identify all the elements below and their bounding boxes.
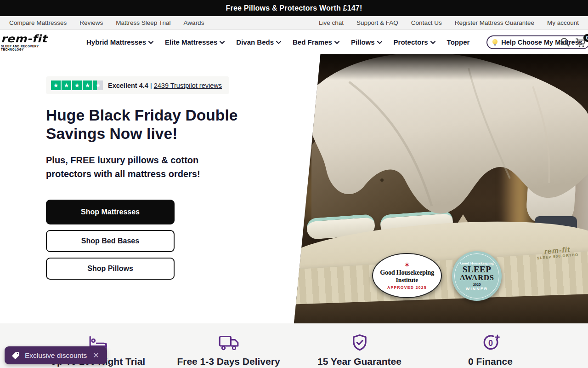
nav-item-divan-beds[interactable]: Divan Beds xyxy=(236,38,281,46)
nav-item-bed-frames[interactable]: Bed Frames xyxy=(293,38,339,46)
utility-link-reviews[interactable]: Reviews xyxy=(79,19,103,26)
utility-nav: Compare Mattresses Reviews Mattress Slee… xyxy=(0,16,588,30)
utility-nav-right: Live chat Support & FAQ Contact Us Regis… xyxy=(319,19,579,26)
main-nav: rem-fit SLEEP AND RECOVERY TECHNOLOGY Hy… xyxy=(0,30,588,54)
logo-wordmark: rem-fit xyxy=(1,34,47,44)
svg-text:0: 0 xyxy=(488,339,492,348)
trustpilot-reviews-link[interactable]: 2439 Trustpilot reviews xyxy=(154,82,222,89)
chevron-down-icon xyxy=(430,41,435,44)
star-icon: ★ xyxy=(62,80,71,90)
utility-link-my-account[interactable]: My account xyxy=(547,19,579,26)
star-icon-partial: ★ xyxy=(93,80,103,90)
red-star-icon: ✶ xyxy=(404,261,410,268)
logo-tagline: SLEEP AND RECOVERY TECHNOLOGY xyxy=(1,45,55,51)
zero-finance-icon: 0 xyxy=(481,334,501,352)
utility-link-register-guarantee[interactable]: Register Mattress Guarantee xyxy=(455,19,534,26)
exclusive-discounts-toast[interactable]: Exclusive discounts ✕ xyxy=(5,346,107,364)
close-icon[interactable]: ✕ xyxy=(92,351,100,360)
search-icon[interactable] xyxy=(560,37,571,48)
utility-link-compare-mattresses[interactable]: Compare Mattresses xyxy=(9,19,67,26)
lightbulb-icon xyxy=(492,39,498,45)
utility-link-mattress-sleep-trial[interactable]: Mattress Sleep Trial xyxy=(116,19,170,26)
gh-sleep-awards-badge: Good Housekeeping SLEEP AWARDS 2025 WINN… xyxy=(452,251,502,301)
cart-count-badge: 0 xyxy=(583,34,588,42)
utility-nav-left: Compare Mattresses Reviews Mattress Slee… xyxy=(9,19,204,26)
nav-item-protectors[interactable]: Protectors xyxy=(394,38,435,46)
main-nav-items: Hybrid Mattresses Elite Mattresses Divan… xyxy=(86,35,588,49)
nav-item-topper[interactable]: Topper xyxy=(447,38,470,46)
truck-icon xyxy=(218,334,239,352)
nav-item-hybrid-mattresses[interactable]: Hybrid Mattresses xyxy=(86,38,153,46)
chevron-down-icon xyxy=(377,41,382,44)
billowing-sheet xyxy=(294,54,588,238)
good-housekeeping-institute-badge: ✶ Good Housekeeping Institute APPROVED 2… xyxy=(372,253,442,298)
promo-banner: Free Pillows & Protectors Worth £147! xyxy=(0,0,588,16)
feature-guarantee: 15 Year Guarantee xyxy=(294,323,425,368)
hero-heading: Huge Black Friday Double Savings Now liv… xyxy=(46,106,248,143)
cart-icon[interactable]: 0 xyxy=(575,37,587,48)
hero-section: rem-fit SLEEP 500 ORTHO ✶ Good Housekeep… xyxy=(0,54,588,323)
toast-label: Exclusive discounts xyxy=(25,351,87,360)
nav-icons: 0 xyxy=(560,30,588,54)
feature-finance: 0 0 Finance xyxy=(425,323,556,368)
nav-item-elite-mattresses[interactable]: Elite Mattresses xyxy=(165,38,225,46)
utility-link-support-faq[interactable]: Support & FAQ xyxy=(356,19,398,26)
trustpilot-rating: Excellent 4.4 xyxy=(108,82,148,89)
shop-pillows-button[interactable]: Shop Pillows xyxy=(46,258,175,280)
promo-banner-text: Free Pillows & Protectors Worth £147! xyxy=(226,4,362,12)
utility-link-contact-us[interactable]: Contact Us xyxy=(411,19,442,26)
shop-bed-bases-button[interactable]: Shop Bed Bases xyxy=(46,230,175,252)
feature-delivery: Free 1-3 Days Delivery xyxy=(163,323,294,368)
star-icon: ★ xyxy=(83,80,92,90)
trustpilot-stars: ★ ★ ★ ★ ★ xyxy=(51,80,103,90)
tag-icon xyxy=(11,351,20,360)
shop-mattresses-button[interactable]: Shop Mattresses xyxy=(46,200,175,224)
star-icon: ★ xyxy=(72,80,82,90)
chevron-down-icon xyxy=(334,41,339,44)
hero-subheading: Plus, FREE luxury pillows & cotton prote… xyxy=(46,153,209,181)
nav-item-pillows[interactable]: Pillows xyxy=(351,38,382,46)
chevron-down-icon xyxy=(220,41,225,44)
trustpilot-widget[interactable]: ★ ★ ★ ★ ★ Excellent 4.4 | 2439 Trustpilo… xyxy=(46,76,229,94)
remfit-logo[interactable]: rem-fit SLEEP AND RECOVERY TECHNOLOGY xyxy=(1,33,55,51)
star-icon: ★ xyxy=(51,80,61,90)
hero-image-bedroom: rem-fit SLEEP 500 ORTHO ✶ Good Housekeep… xyxy=(294,54,588,323)
utility-link-live-chat[interactable]: Live chat xyxy=(319,19,344,26)
chevron-down-icon xyxy=(276,41,281,44)
hero-buttons: Shop Mattresses Shop Bed Bases Shop Pill… xyxy=(46,200,175,280)
hero-content: ★ ★ ★ ★ ★ Excellent 4.4 | 2439 Trustpilo… xyxy=(46,76,285,280)
utility-link-awards[interactable]: Awards xyxy=(184,19,204,26)
shield-check-icon xyxy=(350,334,369,352)
chevron-down-icon xyxy=(148,41,153,44)
